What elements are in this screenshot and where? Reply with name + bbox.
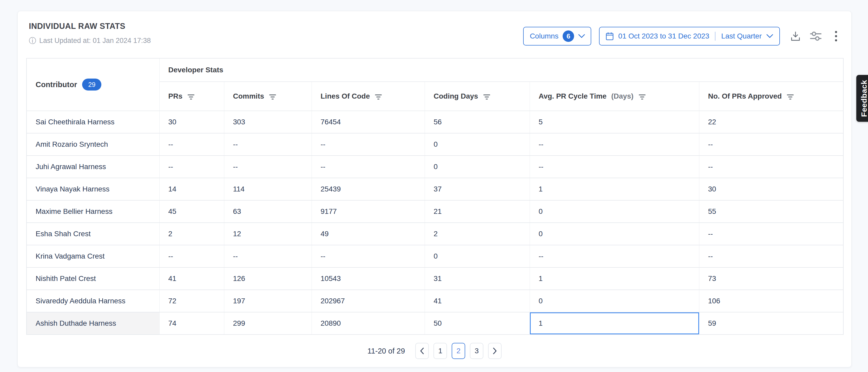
stat-cell[interactable]: -- bbox=[312, 133, 425, 155]
filter-icon[interactable] bbox=[187, 94, 195, 99]
stat-cell[interactable]: 5 bbox=[530, 111, 699, 133]
filter-icon[interactable] bbox=[269, 94, 277, 99]
contributor-cell[interactable]: Sai Cheethirala Harness bbox=[27, 111, 159, 133]
stat-cell[interactable]: 41 bbox=[159, 267, 224, 290]
stat-cell[interactable]: -- bbox=[699, 133, 843, 155]
download-icon bbox=[790, 30, 801, 42]
next-page-button[interactable] bbox=[488, 343, 502, 359]
stat-cell[interactable]: 114 bbox=[224, 178, 312, 200]
stat-cell[interactable]: 12 bbox=[224, 223, 312, 245]
stat-cell[interactable]: -- bbox=[159, 133, 224, 155]
stat-cell[interactable]: -- bbox=[159, 245, 224, 267]
filter-icon[interactable] bbox=[786, 94, 794, 99]
stat-cell[interactable]: 31 bbox=[425, 267, 530, 290]
stat-cell[interactable]: 2 bbox=[159, 223, 224, 245]
stat-cell[interactable]: 63 bbox=[224, 200, 312, 223]
stat-cell[interactable]: 45 bbox=[159, 200, 224, 223]
stat-cell[interactable]: 0 bbox=[530, 223, 699, 245]
contributor-cell[interactable]: Vinaya Nayak Harness bbox=[27, 178, 159, 200]
filter-icon[interactable] bbox=[374, 94, 382, 99]
stat-cell[interactable]: 74 bbox=[159, 312, 224, 335]
columns-dropdown-button[interactable]: Columns 6 bbox=[523, 27, 591, 46]
stat-cell[interactable]: 59 bbox=[699, 312, 843, 335]
stat-cell[interactable]: 303 bbox=[224, 111, 312, 133]
stat-cell[interactable]: -- bbox=[699, 245, 843, 267]
stat-cell[interactable]: 30 bbox=[159, 111, 224, 133]
stat-cell[interactable]: 37 bbox=[425, 178, 530, 200]
stats-table-container: Contributor 29 Developer Stats PRsCommit… bbox=[18, 58, 851, 335]
stat-cell[interactable]: 126 bbox=[224, 267, 312, 290]
stat-cell[interactable]: 72 bbox=[159, 290, 224, 312]
stat-cell[interactable]: 9177 bbox=[312, 200, 425, 223]
stat-cell[interactable]: 0 bbox=[425, 155, 530, 178]
last-updated-text: Last Updated at: 01 Jan 2024 17:38 bbox=[39, 37, 151, 45]
stat-cell[interactable]: 1 bbox=[530, 267, 699, 290]
stat-cell[interactable]: 197 bbox=[224, 290, 312, 312]
page-button[interactable]: 3 bbox=[470, 343, 484, 359]
stat-cell[interactable]: 1 bbox=[530, 178, 699, 200]
stat-cell[interactable]: 0 bbox=[530, 290, 699, 312]
contributor-cell[interactable]: Sivareddy Aeddula Harness bbox=[27, 290, 159, 312]
stat-cell[interactable]: 49 bbox=[312, 223, 425, 245]
stat-cell[interactable]: -- bbox=[312, 155, 425, 178]
filter-icon[interactable] bbox=[638, 94, 646, 99]
download-button[interactable] bbox=[789, 29, 802, 43]
stat-cell[interactable]: -- bbox=[530, 133, 699, 155]
stat-cell[interactable]: 25439 bbox=[312, 178, 425, 200]
feedback-tab[interactable]: Feedback bbox=[856, 75, 868, 122]
filter-settings-button[interactable] bbox=[809, 29, 823, 43]
date-range-button[interactable]: 01 Oct 2023 to 31 Dec 2023 Last Quarter bbox=[599, 27, 780, 46]
column-label: Lines Of Code bbox=[321, 92, 370, 101]
previous-page-button[interactable] bbox=[415, 343, 429, 359]
stat-cell[interactable]: 14 bbox=[159, 178, 224, 200]
stat-cell[interactable]: 73 bbox=[699, 267, 843, 290]
stat-cell[interactable]: 41 bbox=[425, 290, 530, 312]
stat-cell[interactable]: -- bbox=[699, 223, 843, 245]
stat-cell[interactable]: 202967 bbox=[312, 290, 425, 312]
stat-cell[interactable]: -- bbox=[699, 155, 843, 178]
stat-cell[interactable]: -- bbox=[312, 245, 425, 267]
table-row: Maxime Bellier Harness4563917721055 bbox=[27, 200, 843, 223]
contributor-header-cell: Contributor 29 bbox=[27, 58, 159, 111]
contributor-cell[interactable]: Juhi Agrawal Harness bbox=[27, 155, 159, 178]
stat-cell[interactable]: 22 bbox=[699, 111, 843, 133]
columns-label: Columns bbox=[530, 32, 558, 40]
stat-cell[interactable]: 0 bbox=[530, 200, 699, 223]
page-button[interactable]: 1 bbox=[433, 343, 447, 359]
stat-cell[interactable]: -- bbox=[159, 155, 224, 178]
stat-cell[interactable]: 20890 bbox=[312, 312, 425, 335]
stat-cell[interactable]: -- bbox=[530, 245, 699, 267]
chevron-left-icon bbox=[420, 347, 424, 354]
stat-cell[interactable]: 30 bbox=[699, 178, 843, 200]
stat-cell[interactable]: 50 bbox=[425, 312, 530, 335]
stat-cell[interactable]: 56 bbox=[425, 111, 530, 133]
stat-cell[interactable]: 299 bbox=[224, 312, 312, 335]
stat-cell[interactable]: -- bbox=[224, 245, 312, 267]
stat-cell[interactable]: 76454 bbox=[312, 111, 425, 133]
chevron-down-icon bbox=[766, 34, 773, 38]
column-label: PRs bbox=[168, 92, 182, 101]
contributor-cell[interactable]: Esha Shah Crest bbox=[27, 223, 159, 245]
stat-cell[interactable]: 2 bbox=[425, 223, 530, 245]
page-button[interactable]: 2 bbox=[452, 343, 465, 359]
stat-cell[interactable]: -- bbox=[530, 155, 699, 178]
stat-cell[interactable]: 106 bbox=[699, 290, 843, 312]
stat-cell[interactable]: 55 bbox=[699, 200, 843, 223]
column-label: No. Of PRs Approved bbox=[708, 92, 782, 101]
filter-icon[interactable] bbox=[483, 94, 491, 99]
stat-cell[interactable]: 10543 bbox=[312, 267, 425, 290]
kebab-menu-icon bbox=[835, 30, 838, 42]
stat-cell[interactable]: 0 bbox=[425, 245, 530, 267]
contributor-cell[interactable]: Ashish Duthade Harness bbox=[27, 312, 159, 335]
stat-cell[interactable]: -- bbox=[224, 155, 312, 178]
more-options-button[interactable] bbox=[829, 29, 843, 43]
contributor-cell[interactable]: Nishith Patel Crest bbox=[27, 267, 159, 290]
stat-cell[interactable]: 21 bbox=[425, 200, 530, 223]
contributor-cell[interactable]: Maxime Bellier Harness bbox=[27, 200, 159, 223]
contributor-cell[interactable]: Amit Rozario Sryntech bbox=[27, 133, 159, 155]
stat-cell[interactable]: 1 bbox=[530, 312, 699, 335]
info-icon[interactable]: ⓘ bbox=[29, 37, 36, 45]
stat-cell[interactable]: -- bbox=[224, 133, 312, 155]
stat-cell[interactable]: 0 bbox=[425, 133, 530, 155]
contributor-cell[interactable]: Krina Vadgama Crest bbox=[27, 245, 159, 267]
